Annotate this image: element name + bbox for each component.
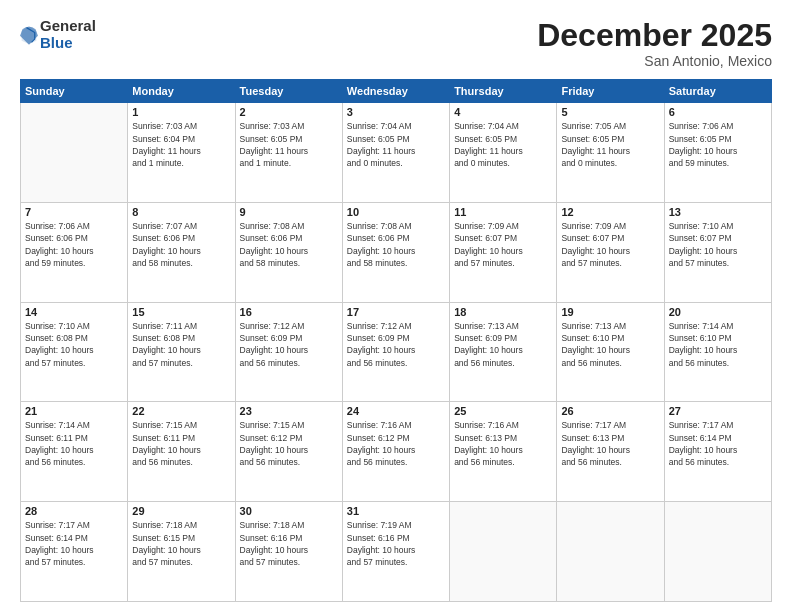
day-info: Sunrise: 7:13 AMSunset: 6:10 PMDaylight:… [561, 320, 659, 369]
day-info: Sunrise: 7:14 AMSunset: 6:11 PMDaylight:… [25, 419, 123, 468]
day-info: Sunrise: 7:15 AMSunset: 6:11 PMDaylight:… [132, 419, 230, 468]
day-info: Sunrise: 7:14 AMSunset: 6:10 PMDaylight:… [669, 320, 767, 369]
calendar-cell: 15Sunrise: 7:11 AMSunset: 6:08 PMDayligh… [128, 302, 235, 402]
day-number: 11 [454, 206, 552, 218]
calendar-cell: 29Sunrise: 7:18 AMSunset: 6:15 PMDayligh… [128, 502, 235, 602]
day-info: Sunrise: 7:16 AMSunset: 6:12 PMDaylight:… [347, 419, 445, 468]
day-number: 29 [132, 505, 230, 517]
day-info: Sunrise: 7:06 AMSunset: 6:06 PMDaylight:… [25, 220, 123, 269]
day-number: 22 [132, 405, 230, 417]
day-info: Sunrise: 7:17 AMSunset: 6:14 PMDaylight:… [669, 419, 767, 468]
logo: General Blue [20, 18, 96, 51]
day-info: Sunrise: 7:15 AMSunset: 6:12 PMDaylight:… [240, 419, 338, 468]
day-info: Sunrise: 7:10 AMSunset: 6:08 PMDaylight:… [25, 320, 123, 369]
day-info: Sunrise: 7:04 AMSunset: 6:05 PMDaylight:… [347, 120, 445, 169]
day-number: 30 [240, 505, 338, 517]
day-info: Sunrise: 7:04 AMSunset: 6:05 PMDaylight:… [454, 120, 552, 169]
day-info: Sunrise: 7:18 AMSunset: 6:15 PMDaylight:… [132, 519, 230, 568]
day-number: 4 [454, 106, 552, 118]
calendar-cell: 20Sunrise: 7:14 AMSunset: 6:10 PMDayligh… [664, 302, 771, 402]
calendar-week-row: 7Sunrise: 7:06 AMSunset: 6:06 PMDaylight… [21, 202, 772, 302]
calendar-cell: 25Sunrise: 7:16 AMSunset: 6:13 PMDayligh… [450, 402, 557, 502]
calendar-week-row: 21Sunrise: 7:14 AMSunset: 6:11 PMDayligh… [21, 402, 772, 502]
day-info: Sunrise: 7:07 AMSunset: 6:06 PMDaylight:… [132, 220, 230, 269]
day-number: 20 [669, 306, 767, 318]
location: San Antonio, Mexico [537, 53, 772, 69]
day-info: Sunrise: 7:19 AMSunset: 6:16 PMDaylight:… [347, 519, 445, 568]
calendar-week-row: 14Sunrise: 7:10 AMSunset: 6:08 PMDayligh… [21, 302, 772, 402]
calendar-header-tuesday: Tuesday [235, 80, 342, 103]
day-number: 12 [561, 206, 659, 218]
day-number: 21 [25, 405, 123, 417]
day-number: 31 [347, 505, 445, 517]
page: General Blue December 2025 San Antonio, … [0, 0, 792, 612]
day-info: Sunrise: 7:08 AMSunset: 6:06 PMDaylight:… [347, 220, 445, 269]
day-info: Sunrise: 7:17 AMSunset: 6:13 PMDaylight:… [561, 419, 659, 468]
day-info: Sunrise: 7:13 AMSunset: 6:09 PMDaylight:… [454, 320, 552, 369]
day-number: 3 [347, 106, 445, 118]
day-number: 8 [132, 206, 230, 218]
calendar-cell: 13Sunrise: 7:10 AMSunset: 6:07 PMDayligh… [664, 202, 771, 302]
day-number: 18 [454, 306, 552, 318]
calendar-header-saturday: Saturday [664, 80, 771, 103]
calendar-header-sunday: Sunday [21, 80, 128, 103]
day-number: 2 [240, 106, 338, 118]
calendar-week-row: 1Sunrise: 7:03 AMSunset: 6:04 PMDaylight… [21, 103, 772, 203]
calendar-header-monday: Monday [128, 80, 235, 103]
day-info: Sunrise: 7:16 AMSunset: 6:13 PMDaylight:… [454, 419, 552, 468]
day-number: 23 [240, 405, 338, 417]
calendar-cell: 28Sunrise: 7:17 AMSunset: 6:14 PMDayligh… [21, 502, 128, 602]
calendar-cell: 8Sunrise: 7:07 AMSunset: 6:06 PMDaylight… [128, 202, 235, 302]
day-number: 26 [561, 405, 659, 417]
day-info: Sunrise: 7:10 AMSunset: 6:07 PMDaylight:… [669, 220, 767, 269]
logo-icon [20, 24, 38, 46]
logo-blue-text: Blue [40, 35, 96, 52]
header: General Blue December 2025 San Antonio, … [20, 18, 772, 69]
day-info: Sunrise: 7:11 AMSunset: 6:08 PMDaylight:… [132, 320, 230, 369]
calendar-cell: 11Sunrise: 7:09 AMSunset: 6:07 PMDayligh… [450, 202, 557, 302]
day-number: 7 [25, 206, 123, 218]
day-info: Sunrise: 7:05 AMSunset: 6:05 PMDaylight:… [561, 120, 659, 169]
calendar-cell: 19Sunrise: 7:13 AMSunset: 6:10 PMDayligh… [557, 302, 664, 402]
logo-text: General Blue [40, 18, 96, 51]
day-number: 14 [25, 306, 123, 318]
calendar-header-row: SundayMondayTuesdayWednesdayThursdayFrid… [21, 80, 772, 103]
day-info: Sunrise: 7:09 AMSunset: 6:07 PMDaylight:… [561, 220, 659, 269]
day-number: 19 [561, 306, 659, 318]
calendar-cell: 31Sunrise: 7:19 AMSunset: 6:16 PMDayligh… [342, 502, 449, 602]
calendar-cell: 17Sunrise: 7:12 AMSunset: 6:09 PMDayligh… [342, 302, 449, 402]
day-info: Sunrise: 7:12 AMSunset: 6:09 PMDaylight:… [240, 320, 338, 369]
calendar-cell: 27Sunrise: 7:17 AMSunset: 6:14 PMDayligh… [664, 402, 771, 502]
day-number: 16 [240, 306, 338, 318]
calendar-header-wednesday: Wednesday [342, 80, 449, 103]
calendar-cell: 10Sunrise: 7:08 AMSunset: 6:06 PMDayligh… [342, 202, 449, 302]
day-info: Sunrise: 7:09 AMSunset: 6:07 PMDaylight:… [454, 220, 552, 269]
calendar-cell: 16Sunrise: 7:12 AMSunset: 6:09 PMDayligh… [235, 302, 342, 402]
calendar-cell: 18Sunrise: 7:13 AMSunset: 6:09 PMDayligh… [450, 302, 557, 402]
calendar-cell: 22Sunrise: 7:15 AMSunset: 6:11 PMDayligh… [128, 402, 235, 502]
calendar-cell: 14Sunrise: 7:10 AMSunset: 6:08 PMDayligh… [21, 302, 128, 402]
calendar-cell: 30Sunrise: 7:18 AMSunset: 6:16 PMDayligh… [235, 502, 342, 602]
calendar-cell [21, 103, 128, 203]
calendar-cell: 24Sunrise: 7:16 AMSunset: 6:12 PMDayligh… [342, 402, 449, 502]
day-info: Sunrise: 7:18 AMSunset: 6:16 PMDaylight:… [240, 519, 338, 568]
day-info: Sunrise: 7:08 AMSunset: 6:06 PMDaylight:… [240, 220, 338, 269]
calendar-cell: 7Sunrise: 7:06 AMSunset: 6:06 PMDaylight… [21, 202, 128, 302]
day-number: 24 [347, 405, 445, 417]
day-number: 5 [561, 106, 659, 118]
day-info: Sunrise: 7:03 AMSunset: 6:04 PMDaylight:… [132, 120, 230, 169]
calendar-header-thursday: Thursday [450, 80, 557, 103]
calendar-cell: 21Sunrise: 7:14 AMSunset: 6:11 PMDayligh… [21, 402, 128, 502]
calendar-cell [664, 502, 771, 602]
day-number: 13 [669, 206, 767, 218]
calendar-cell: 26Sunrise: 7:17 AMSunset: 6:13 PMDayligh… [557, 402, 664, 502]
day-number: 9 [240, 206, 338, 218]
calendar-cell: 3Sunrise: 7:04 AMSunset: 6:05 PMDaylight… [342, 103, 449, 203]
calendar-cell: 2Sunrise: 7:03 AMSunset: 6:05 PMDaylight… [235, 103, 342, 203]
day-number: 1 [132, 106, 230, 118]
day-number: 25 [454, 405, 552, 417]
day-number: 28 [25, 505, 123, 517]
day-number: 6 [669, 106, 767, 118]
logo-general-text: General [40, 18, 96, 35]
calendar-cell: 9Sunrise: 7:08 AMSunset: 6:06 PMDaylight… [235, 202, 342, 302]
